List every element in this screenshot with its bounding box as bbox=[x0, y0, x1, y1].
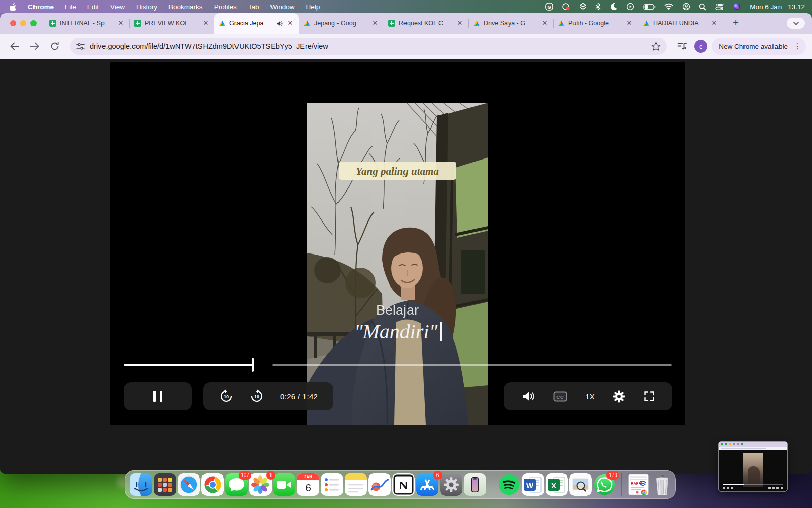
forward-button[interactable] bbox=[26, 38, 43, 54]
dock-excel[interactable]: X bbox=[546, 473, 568, 496]
menu-profiles[interactable]: Profiles bbox=[214, 3, 237, 11]
media-controls-icon[interactable] bbox=[674, 38, 690, 54]
dock-preview[interactable] bbox=[569, 473, 592, 496]
tab-request-kol[interactable]: Request KOL C ✕ bbox=[384, 13, 468, 34]
dock-freeform[interactable] bbox=[368, 473, 391, 496]
battery-icon[interactable] bbox=[643, 2, 656, 11]
tab-putih[interactable]: Putih - Google ✕ bbox=[553, 13, 638, 34]
tab-close-icon[interactable]: ✕ bbox=[540, 19, 549, 27]
dock-launchpad[interactable] bbox=[154, 473, 176, 496]
tab-drive-saya[interactable]: Drive Saya - G ✕ bbox=[468, 13, 553, 34]
dock-iphone-mirroring[interactable] bbox=[464, 473, 486, 496]
site-settings-icon[interactable] bbox=[76, 43, 85, 50]
menu-edit[interactable]: Edit bbox=[87, 3, 99, 11]
tab-jepang[interactable]: Jepang - Goog ✕ bbox=[299, 13, 384, 34]
screenshot-preview-thumbnail[interactable] bbox=[719, 442, 787, 491]
menu-window[interactable]: Window bbox=[270, 3, 294, 11]
bluetooth-icon[interactable] bbox=[595, 2, 601, 11]
caption-top-text: Yang paling utama bbox=[356, 165, 439, 177]
video-player[interactable]: Yang paling utama Belajar "Mandiri" 10 bbox=[110, 62, 685, 425]
tab-close-icon[interactable]: ✕ bbox=[710, 19, 718, 27]
record-status-icon[interactable] bbox=[562, 2, 570, 11]
rewind-10-button[interactable]: 10 bbox=[219, 389, 234, 404]
profile-avatar[interactable]: c bbox=[694, 40, 707, 53]
fullscreen-button[interactable] bbox=[644, 391, 655, 402]
seek-bar[interactable] bbox=[124, 364, 672, 366]
dock-word[interactable]: W bbox=[522, 473, 544, 496]
tab-audio-icon[interactable] bbox=[276, 20, 283, 27]
new-tab-button[interactable]: + bbox=[729, 16, 743, 30]
focus-moon-icon[interactable] bbox=[610, 2, 618, 11]
spotlight-search-icon[interactable] bbox=[699, 2, 706, 11]
pause-button[interactable] bbox=[153, 391, 162, 402]
menu-bar-clock[interactable]: Mon 6 Jan 13.12 bbox=[750, 3, 805, 11]
update-chrome-chip[interactable]: New Chrome available ⋮ bbox=[712, 38, 806, 55]
dock-messages[interactable]: 107 bbox=[225, 473, 248, 496]
account-icon[interactable] bbox=[682, 2, 690, 11]
minimize-window-button[interactable] bbox=[20, 20, 26, 26]
calendar-month: JAN bbox=[297, 473, 319, 480]
dock-facetime[interactable] bbox=[273, 473, 295, 496]
tab-search-button[interactable] bbox=[787, 18, 805, 29]
menu-bookmarks[interactable]: Bookmarks bbox=[168, 3, 203, 11]
dock-calendar[interactable]: JAN 6 bbox=[297, 473, 319, 496]
menu-file[interactable]: File bbox=[65, 3, 76, 11]
browser-toolbar: drive.google.com/file/d/1wNTW7tSHZdm9DtV… bbox=[0, 34, 812, 59]
menu-history[interactable]: History bbox=[136, 3, 157, 11]
layers-icon[interactable] bbox=[579, 2, 587, 11]
tab-gracia-active[interactable]: Gracia Jepa ✕ bbox=[214, 13, 299, 34]
zoom-window-button[interactable] bbox=[30, 20, 37, 26]
dock-trash[interactable] bbox=[651, 473, 673, 496]
menu-help[interactable]: Help bbox=[306, 3, 320, 11]
menu-tab[interactable]: Tab bbox=[248, 3, 259, 11]
playback-speed-button[interactable]: 1X bbox=[585, 392, 594, 401]
dock-appstore[interactable]: 6 bbox=[416, 473, 438, 496]
video-frame[interactable]: Yang paling utama Belajar "Mandiri" bbox=[307, 103, 488, 425]
seek-playhead[interactable] bbox=[252, 358, 254, 372]
media-play-status-icon[interactable] bbox=[626, 2, 634, 11]
volume-icon[interactable] bbox=[522, 390, 535, 402]
captions-button[interactable]: CC bbox=[553, 391, 567, 402]
settings-gear-icon[interactable] bbox=[613, 390, 625, 403]
siri-icon[interactable] bbox=[733, 2, 741, 11]
back-button[interactable] bbox=[6, 38, 22, 54]
tab-close-icon[interactable]: ✕ bbox=[625, 19, 633, 27]
menu-app-name[interactable]: Chrome bbox=[28, 3, 54, 11]
dock-notes[interactable] bbox=[345, 473, 367, 496]
tab-preview-kol[interactable]: PREVIEW KOL ✕ bbox=[129, 13, 214, 34]
dock-photos[interactable]: 1 bbox=[249, 473, 272, 496]
tab-close-icon[interactable]: ✕ bbox=[371, 19, 379, 27]
menu-view[interactable]: View bbox=[110, 3, 125, 11]
forward-10-button[interactable]: 10 bbox=[249, 389, 264, 404]
apple-logo-icon[interactable] bbox=[9, 2, 17, 11]
tab-close-icon[interactable]: ✕ bbox=[456, 19, 464, 27]
tab-internal[interactable]: INTERNAL - Sp ✕ bbox=[45, 13, 129, 34]
clock-date: Mon 6 Jan bbox=[750, 3, 782, 11]
photos-badge: 1 bbox=[266, 471, 275, 480]
dock-separator bbox=[492, 473, 492, 496]
dock-raffi-file[interactable]: RAFFI bbox=[627, 473, 650, 496]
dock-notion[interactable]: N bbox=[392, 473, 415, 496]
dock-spotify[interactable] bbox=[498, 473, 520, 496]
grammarly-icon[interactable]: G bbox=[545, 2, 553, 11]
tab-hadiah[interactable]: HADIAH UNDIA ✕ bbox=[638, 13, 723, 34]
dock-finder[interactable] bbox=[130, 473, 152, 496]
tab-close-icon[interactable]: ✕ bbox=[201, 19, 210, 27]
dock-system-settings[interactable] bbox=[440, 473, 462, 496]
close-window-button[interactable] bbox=[10, 20, 16, 26]
url-text[interactable]: drive.google.com/file/d/1wNTW7tSHZdm9DtV… bbox=[90, 42, 646, 50]
dock-whatsapp[interactable]: 179 bbox=[593, 473, 616, 496]
caption-line2-text: "Mandiri" bbox=[354, 320, 438, 343]
reload-button[interactable] bbox=[47, 38, 63, 54]
dock-reminders[interactable] bbox=[321, 473, 343, 496]
bookmark-star-icon[interactable] bbox=[651, 42, 661, 51]
messages-badge: 107 bbox=[239, 471, 251, 480]
tab-close-icon[interactable]: ✕ bbox=[286, 19, 294, 27]
address-bar[interactable]: drive.google.com/file/d/1wNTW7tSHZdm9DtV… bbox=[70, 38, 667, 55]
more-menu-icon[interactable]: ⋮ bbox=[792, 42, 803, 51]
wifi-icon[interactable] bbox=[664, 2, 673, 11]
control-center-icon[interactable] bbox=[715, 2, 724, 11]
dock-chrome[interactable] bbox=[201, 473, 224, 496]
tab-close-icon[interactable]: ✕ bbox=[117, 19, 125, 27]
dock-safari[interactable] bbox=[178, 473, 200, 496]
